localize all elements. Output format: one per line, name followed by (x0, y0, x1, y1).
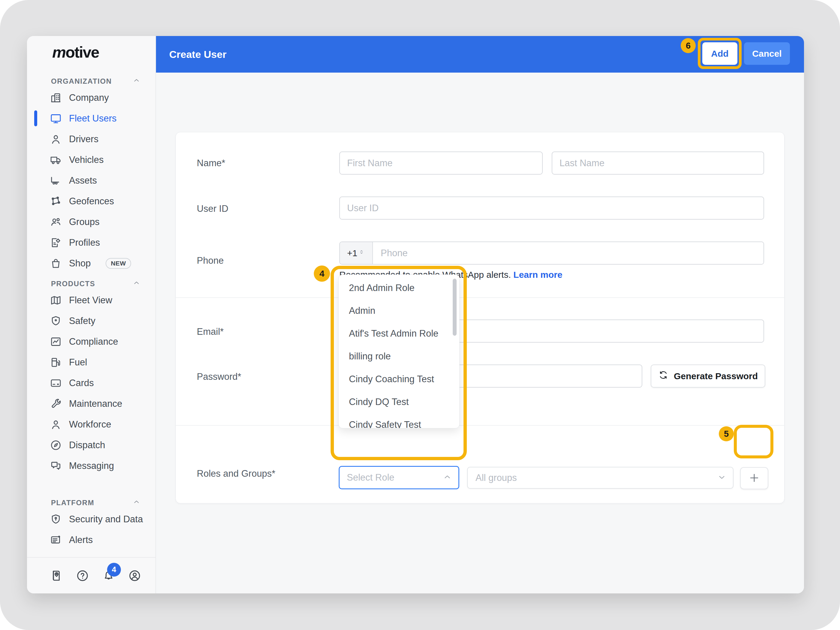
people-icon (50, 216, 62, 228)
sidebar-item-label: Shop (69, 258, 91, 269)
sidebar-item-label: Cards (69, 378, 94, 388)
geofence-icon (50, 195, 62, 207)
building-icon (50, 92, 62, 104)
section-header-organization[interactable]: ORGANIZATION (27, 75, 155, 87)
section-header-platform[interactable]: PLATFORM (27, 497, 155, 509)
sidebar-item-label: Dispatch (69, 440, 105, 451)
sidebar-item-profiles[interactable]: Profiles (27, 232, 155, 253)
sidebar-item-groups[interactable]: Groups (27, 212, 155, 232)
plus-icon (748, 472, 760, 485)
sidebar-item-drivers[interactable]: Drivers (27, 129, 155, 149)
role-option-admin[interactable]: Admin (339, 299, 459, 322)
shopping-bag-icon (50, 257, 62, 269)
sidebar-item-security-and-data[interactable]: Security and Data (27, 509, 155, 529)
sidebar-item-maintenance[interactable]: Maintenance (27, 393, 155, 414)
role-option-atif-s-test-admin-role[interactable]: Atif's Test Admin Role (339, 322, 459, 345)
guide-book-icon[interactable] (50, 569, 63, 582)
sidebar-item-safety[interactable]: Safety (27, 311, 155, 331)
sidebar-item-shop[interactable]: ShopNEW (27, 253, 155, 273)
sidebar-section-organization: ORGANIZATIONCompanyFleet UsersDriversVeh… (27, 75, 155, 273)
sidebar-item-label: Messaging (69, 461, 114, 471)
section-label: PRODUCTS (51, 279, 95, 288)
screenshot-root: motive ORGANIZATIONCompanyFleet UsersDri… (0, 0, 840, 630)
add-role-group-button[interactable] (740, 467, 768, 489)
sidebar-item-compliance[interactable]: Compliance (27, 331, 155, 352)
sidebar-item-fleet-view[interactable]: Fleet View (27, 290, 155, 311)
phone-label: Phone (197, 255, 224, 266)
sidebar-item-geofences[interactable]: Geofences (27, 191, 155, 212)
alert-doc-icon (50, 534, 62, 546)
bell-icon[interactable]: 4 (102, 569, 115, 582)
sidebar-item-label: Fleet Users (69, 113, 117, 124)
sidebar-item-label: Drivers (69, 134, 98, 145)
role-option-cindy-coaching-test[interactable]: Cindy Coaching Test (339, 368, 459, 391)
sidebar-section-platform: PLATFORMSecurity and DataAlerts (27, 497, 155, 550)
roles-groups-label: Roles and Groups* (197, 468, 275, 479)
account-icon[interactable] (128, 569, 141, 582)
sidebar-item-fuel[interactable]: Fuel (27, 352, 155, 373)
sidebar-item-assets[interactable]: Assets (27, 170, 155, 191)
first-name-input[interactable] (339, 152, 543, 175)
generate-password-button[interactable]: Generate Password (651, 365, 765, 388)
chevron-up-icon (133, 279, 141, 289)
role-option-billing-role[interactable]: billing role (339, 345, 459, 368)
sidebar-item-label: Assets (69, 175, 97, 186)
annotation-badge-5: 5 (719, 426, 734, 441)
sidebar-item-label: Maintenance (69, 398, 122, 409)
last-name-input[interactable] (552, 152, 764, 175)
role-option-2nd-admin-role[interactable]: 2nd Admin Role (339, 276, 459, 299)
chevron-up-icon (133, 498, 141, 508)
sidebar-item-fleet-users[interactable]: Fleet Users (27, 108, 155, 129)
section-header-products[interactable]: PRODUCTS (27, 278, 155, 290)
page-title: Create User (169, 36, 226, 73)
sidebar-item-workforce[interactable]: Workforce (27, 414, 155, 435)
stepper-icon (360, 248, 365, 259)
all-groups-dropdown[interactable]: All groups (467, 467, 734, 489)
sidebar-item-label: Fuel (69, 357, 87, 368)
sidebar-item-dispatch[interactable]: Dispatch (27, 435, 155, 455)
sidebar-item-label: Security and Data (69, 514, 143, 525)
password-label: Password* (197, 371, 241, 382)
role-option-cindy-dq-test[interactable]: Cindy DQ Test (339, 391, 459, 414)
country-code-value: +1 (347, 248, 357, 258)
help-icon[interactable] (76, 569, 89, 582)
dropdown-scrollbar[interactable] (453, 279, 456, 336)
annotation-badge-4: 4 (314, 265, 330, 282)
role-options-dropdown: 2nd Admin RoleAdminAtif's Test Admin Rol… (338, 275, 459, 428)
sidebar-item-label: Company (69, 92, 109, 103)
refresh-icon (658, 370, 668, 382)
sidebar-item-cards[interactable]: Cards (27, 373, 155, 393)
country-code-select[interactable]: +1 (340, 242, 373, 264)
person-icon (50, 133, 62, 145)
phone-input[interactable] (373, 242, 764, 264)
add-button[interactable]: Add (702, 42, 737, 65)
section-label: PLATFORM (51, 499, 94, 507)
credit-card-icon (50, 377, 62, 389)
role-option-cindy-safety-test[interactable]: Cindy Safety Test (339, 414, 459, 428)
sidebar-item-messaging[interactable]: Messaging (27, 455, 155, 476)
sidebar-item-vehicles[interactable]: Vehicles (27, 149, 155, 170)
select-role-dropdown[interactable]: Select Role (339, 466, 459, 489)
shield-icon (50, 315, 62, 327)
sidebar-section-products: PRODUCTSFleet ViewSafetyComplianceFuelCa… (27, 278, 155, 476)
annotation-badge-6: 6 (681, 38, 696, 53)
monitor-icon (50, 112, 62, 125)
user-id-label: User ID (197, 204, 228, 214)
chevron-up-icon (443, 472, 452, 483)
sidebar-item-alerts[interactable]: Alerts (27, 529, 155, 550)
section-divider (176, 425, 784, 426)
sidebar-item-label: Safety (69, 316, 95, 327)
learn-more-link[interactable]: Learn more (513, 270, 562, 279)
notification-badge: 4 (107, 563, 121, 576)
user-id-input[interactable] (339, 196, 764, 219)
truck-icon (50, 154, 62, 166)
compass-icon (50, 439, 62, 451)
cancel-button[interactable]: Cancel (744, 42, 790, 65)
all-groups-placeholder: All groups (475, 472, 517, 483)
sidebar: motive ORGANIZATIONCompanyFleet UsersDri… (27, 36, 156, 594)
sidebar-item-company[interactable]: Company (27, 87, 155, 108)
chevron-up-icon (133, 76, 141, 86)
email-label: Email* (197, 327, 224, 337)
generate-password-label: Generate Password (674, 371, 758, 381)
fuel-pump-icon (50, 357, 62, 368)
